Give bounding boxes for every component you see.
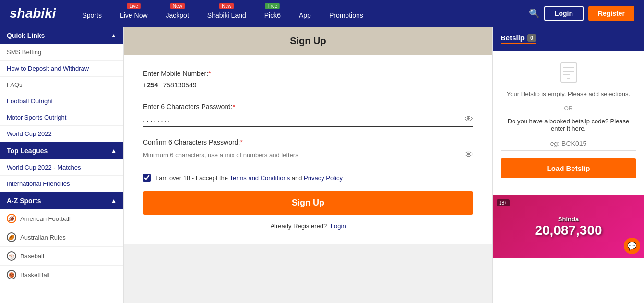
free-badge: Free	[265, 3, 280, 9]
login-button[interactable]: Login	[544, 6, 584, 21]
australian-rules-icon: 🏉	[7, 232, 16, 242]
betslip-count-badge: 0	[527, 34, 536, 42]
confirm-password-input[interactable]	[143, 151, 465, 158]
signup-body: Enter Mobile Number:* +254 Enter 6 Chara…	[124, 55, 492, 244]
american-football-icon: 🏈	[7, 214, 16, 223]
nav-shabiki-label: Shabiki Land	[207, 12, 246, 19]
toggle-confirm-password-icon[interactable]: 👁	[465, 150, 473, 160]
sidebar-item-basketball[interactable]: 🏀 BasketBall	[0, 266, 123, 284]
sidebar-item-american-football[interactable]: 🏈 American Football	[0, 209, 123, 228]
signup-title: Sign Up	[124, 27, 492, 55]
chevron-up-icon-top-leagues: ▲	[111, 147, 117, 154]
login-link[interactable]: Login	[331, 222, 346, 230]
new-badge-shabiki: New	[219, 3, 234, 9]
mobile-input[interactable]	[163, 81, 473, 89]
sidebar-item-baseball[interactable]: ⚾ Baseball	[0, 247, 123, 266]
sidebar-item-sms-betting[interactable]: SMS Betting	[0, 44, 123, 61]
mobile-number-group: Enter Mobile Number:* +254	[143, 70, 473, 91]
sidebar-item-wc-matches[interactable]: World Cup 2022 - Matches	[0, 159, 123, 176]
betslip-code-prompt: Do you have a booked betslip code? Pleas…	[501, 118, 636, 132]
basketball-icon: 🏀	[7, 270, 16, 279]
confirm-password-group: Confirm 6 Characters Password:* 👁	[143, 138, 473, 162]
nav-pick6[interactable]: Free Pick6	[262, 12, 283, 19]
confirm-password-label: Confirm 6 Characters Password:*	[143, 138, 473, 146]
sidebar: Quick Links ▲ SMS Betting How to Deposit…	[0, 27, 124, 303]
phone-prefix: +254	[143, 81, 158, 89]
search-icon[interactable]: 🔍	[529, 8, 539, 19]
nav-sports[interactable]: Sports	[80, 12, 104, 19]
live-badge: Live	[127, 3, 141, 9]
signup-container: Sign Up Enter Mobile Number:* +254 Enter…	[124, 27, 492, 244]
checkbox-label: I am over 18 - I accept the	[155, 174, 229, 182]
password-label-text: Enter 6 Characters Password:	[143, 103, 233, 110]
az-sports-header[interactable]: A-Z Sports ▲	[0, 192, 123, 209]
top-leagues-title: Top Leagues	[7, 147, 48, 155]
basketball-label: BasketBall	[20, 271, 49, 279]
nav-promotions[interactable]: Promotions	[327, 12, 366, 19]
chat-icon[interactable]: 💬	[624, 238, 640, 254]
az-sports-title: A-Z Sports	[7, 197, 41, 205]
password-required: *	[233, 103, 235, 110]
terms-checkbox[interactable]	[143, 174, 151, 182]
betslip-code-input[interactable]	[501, 137, 636, 151]
password-input-row: ........ 👁	[143, 114, 473, 127]
betslip-empty-icon	[557, 61, 581, 85]
nav-app[interactable]: App	[297, 12, 313, 19]
checkbox-text: I am over 18 - I accept the Terms and Co…	[155, 174, 343, 182]
already-registered-text: Already Registered? Login	[143, 222, 473, 230]
main-nav: Sports Live Live Now New Jackpot New Sha…	[80, 12, 365, 19]
password-dots: ........	[143, 115, 465, 124]
terms-link[interactable]: Terms and Conditions	[229, 174, 290, 182]
promo-banner: 18+ Shinda 20,087,300 💬	[493, 195, 644, 258]
sidebar-item-football-outright[interactable]: Football Outright	[0, 93, 123, 109]
logo[interactable]: shabiki	[10, 6, 56, 21]
nav-pick6-label: Pick6	[264, 12, 281, 19]
sidebar-item-motor-sports[interactable]: Motor Sports Outright	[0, 109, 123, 126]
american-football-label: American Football	[20, 215, 71, 222]
betslip-body: Your Betslip is empty. Please add select…	[493, 51, 644, 195]
confirm-password-label-text: Confirm 6 Characters Password:	[143, 138, 240, 146]
sidebar-item-faqs[interactable]: FAQs	[0, 77, 123, 93]
logo-text: shabiki	[10, 6, 56, 21]
nav-live-label: Live Now	[120, 12, 148, 19]
quick-links-header[interactable]: Quick Links ▲	[0, 27, 123, 44]
betslip-tab[interactable]: Betslip 0	[501, 34, 536, 44]
and-text: and	[290, 174, 304, 182]
sidebar-item-australian-rules[interactable]: 🏉 Australian Rules	[0, 228, 123, 247]
age-restriction-badge: 18+	[497, 199, 510, 206]
load-betslip-button[interactable]: Load Betslip	[501, 158, 636, 178]
chevron-up-icon-az: ▲	[111, 197, 117, 204]
mobile-required: *	[208, 70, 211, 77]
betslip-or-divider: OR	[501, 105, 636, 112]
password-label: Enter 6 Characters Password:*	[143, 103, 473, 110]
promo-amount: 20,087,300	[535, 223, 602, 238]
toggle-password-icon[interactable]: 👁	[465, 114, 473, 124]
register-button[interactable]: Register	[588, 6, 634, 21]
main-layout: Quick Links ▲ SMS Betting How to Deposit…	[0, 27, 644, 303]
nav-shabiki-land[interactable]: New Shabiki Land	[205, 12, 249, 19]
baseball-label: Baseball	[20, 253, 44, 260]
sidebar-item-intl-friendlies[interactable]: International Friendlies	[0, 176, 123, 192]
or-text: OR	[564, 105, 573, 112]
sidebar-item-world-cup[interactable]: World Cup 2022	[0, 126, 123, 142]
mobile-label-text: Enter Mobile Number:	[143, 70, 208, 77]
nav-jackpot[interactable]: New Jackpot	[164, 12, 191, 19]
confirm-password-input-row: 👁	[143, 150, 473, 162]
chevron-up-icon: ▲	[111, 32, 117, 39]
phone-input-row: +254	[143, 81, 473, 91]
new-badge-jackpot: New	[170, 3, 185, 9]
confirm-required: *	[240, 138, 242, 146]
nav-jackpot-label: Jackpot	[166, 12, 189, 19]
privacy-link[interactable]: Privacy Policy	[304, 174, 343, 182]
betslip-title: Betslip	[501, 34, 525, 42]
right-panel: Betslip 0 Your Betslip is empty. Please …	[492, 27, 644, 303]
signup-button[interactable]: Sign Up	[143, 191, 473, 215]
top-leagues-header[interactable]: Top Leagues ▲	[0, 142, 123, 159]
sidebar-item-deposit[interactable]: How to Deposit and Withdraw	[0, 61, 123, 77]
australian-rules-label: Australian Rules	[20, 234, 66, 241]
quick-links-title: Quick Links	[7, 32, 45, 39]
mobile-label: Enter Mobile Number:*	[143, 70, 473, 77]
nav-live-now[interactable]: Live Live Now	[118, 12, 150, 19]
betslip-empty-message: Your Betslip is empty. Please add select…	[501, 90, 636, 97]
password-group: Enter 6 Characters Password:* ........ 👁	[143, 103, 473, 127]
